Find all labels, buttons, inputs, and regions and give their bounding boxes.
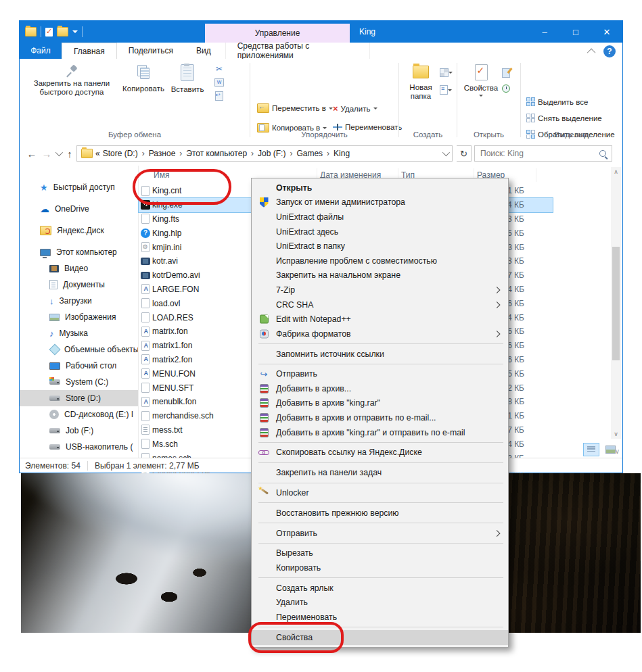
refresh-button[interactable]: ↻ <box>457 145 472 162</box>
paste-button[interactable]: Вставить <box>167 64 208 94</box>
sidebar-item[interactable]: Музыка <box>20 325 138 341</box>
list-scrollbar[interactable]: ∧ ∨ <box>611 167 621 439</box>
scrollbar-thumb[interactable] <box>612 247 620 360</box>
context-menu-item[interactable]: CRC SHA <box>252 297 508 312</box>
context-menu-item[interactable]: Отправить <box>252 526 508 541</box>
context-menu-item[interactable]: Восстановить прежнюю версию <box>252 506 508 521</box>
scroll-up-icon[interactable]: ∧ <box>611 167 621 176</box>
sidebar-item[interactable]: Job (F:) <box>20 423 138 439</box>
scroll-down-icon[interactable]: ∨ <box>611 429 621 439</box>
address-dropdown-icon[interactable] <box>442 149 450 156</box>
close-button[interactable]: ✕ <box>591 21 622 43</box>
context-menu-item[interactable]: Открыть <box>252 181 508 195</box>
context-menu-item[interactable]: Скопировать ссылку на Яндекс.Диске <box>252 446 508 460</box>
thumbnails-view-toggle[interactable] <box>602 443 618 456</box>
context-menu-item[interactable]: Добавить в архив и отправить по e-mail..… <box>252 410 508 425</box>
back-button[interactable]: ← <box>25 145 39 162</box>
tab-app-tools[interactable]: Средства работы с приложениями <box>225 43 370 59</box>
sidebar-item[interactable]: Этот компьютер <box>20 244 138 260</box>
context-menu-item[interactable]: UniExtract в папку <box>252 239 508 254</box>
edit-icon[interactable] <box>502 68 510 78</box>
pin-to-quick-access-button[interactable]: Закрепить на панели быстрого доступа <box>24 64 120 97</box>
tab-home[interactable]: Главная <box>62 43 117 59</box>
recent-locations-icon[interactable] <box>53 145 63 162</box>
menu-item-label: Фабрика форматов <box>276 329 351 339</box>
sidebar-item[interactable]: Загрузки <box>20 293 138 309</box>
breadcrumb-item[interactable]: King › <box>334 149 350 158</box>
sidebar-item[interactable]: OneDrive <box>20 201 138 217</box>
move-to-button[interactable]: Переместить в <box>257 103 333 113</box>
properties-button[interactable]: Свойства <box>463 64 499 99</box>
context-menu-item[interactable]: Добавить в архив "king.rar" <box>252 396 508 411</box>
sidebar-item[interactable]: Store (D:) <box>20 390 138 406</box>
tab-view[interactable]: Вид <box>185 43 223 59</box>
context-menu-item[interactable]: UniExtract здесь <box>252 224 508 239</box>
sidebar-item[interactable]: Документы <box>20 277 138 293</box>
delete-icon <box>333 103 338 114</box>
new-folder-quick-icon[interactable] <box>57 27 68 37</box>
context-menu-item[interactable]: Запуск от имени администратора <box>252 195 508 210</box>
new-item-icon[interactable] <box>440 68 449 77</box>
sidebar-item[interactable]: USB-накопитель ( <box>20 439 138 455</box>
help-icon[interactable]: ? <box>603 45 616 57</box>
address-bar[interactable]: « Store (D:) › Разное › Этот компьютер › <box>76 145 453 162</box>
context-menu-item[interactable]: Запомнить источник ссылки <box>252 347 508 362</box>
tab-share[interactable]: Поделиться <box>117 43 185 59</box>
context-menu-item[interactable]: 7-Zip <box>252 283 508 297</box>
forward-button[interactable]: → <box>40 145 53 162</box>
sidebar-item[interactable]: Рабочий стол <box>20 358 138 374</box>
context-menu-item[interactable]: Создать ярлык <box>252 581 508 596</box>
context-menu-item[interactable]: Фабрика форматов <box>252 327 508 341</box>
context-menu-item[interactable]: Добавить в архив... <box>252 381 508 396</box>
context-menu-item[interactable]: UniExtract файлы <box>252 210 508 224</box>
copy-button[interactable]: Копировать <box>121 64 166 93</box>
context-menu-item[interactable]: Копировать <box>252 560 508 575</box>
sidebar-item[interactable]: Объемные объекты <box>20 341 138 358</box>
context-menu-item[interactable]: Отправить <box>252 367 508 382</box>
delete-button[interactable]: Удалить <box>333 103 377 114</box>
search-input[interactable]: Поиск: King <box>474 145 612 162</box>
ribbon: Закрепить на панели быстрого доступа Коп… <box>20 59 622 142</box>
select-none-button[interactable]: Снять выделение <box>526 114 602 122</box>
copy-icon <box>137 64 150 79</box>
context-menu-item[interactable]: Edit with Notepad++ <box>252 312 508 327</box>
breadcrumb-item[interactable]: Job (F:) › <box>258 149 295 158</box>
up-button[interactable]: ↑ <box>63 145 76 162</box>
maximize-button[interactable]: □ <box>560 21 591 43</box>
paste-shortcut-icon[interactable] <box>215 91 223 101</box>
details-view-toggle[interactable] <box>583 443 599 456</box>
breadcrumb-item[interactable]: Games › <box>296 149 332 158</box>
tab-file[interactable]: Файл <box>20 43 62 59</box>
context-menu-item[interactable]: Удалить <box>252 596 508 610</box>
breadcrumb-item[interactable]: Разное › <box>149 149 185 158</box>
menu-item-label: Добавить в архив и отправить по e-mail..… <box>276 413 436 423</box>
properties-quick-icon[interactable] <box>45 28 53 37</box>
breadcrumb-item[interactable]: Этот компьютер › <box>186 149 256 158</box>
history-icon[interactable] <box>502 85 510 93</box>
sidebar-item[interactable]: CD-дисковод (E:) I <box>20 406 138 423</box>
context-menu-item[interactable]: Закрепить на начальном экране <box>252 268 508 283</box>
cut-icon[interactable] <box>216 64 223 74</box>
search-icon[interactable] <box>599 150 606 157</box>
minimize-button[interactable]: – <box>529 21 560 43</box>
address-row: ← → ↑ « Store (D:) › Разное › Эт <box>20 141 622 166</box>
breadcrumb-prefix[interactable]: « <box>95 149 100 158</box>
context-menu-item[interactable]: Исправление проблем с совместимостью <box>252 254 508 268</box>
title-bar[interactable]: Управление King – □ ✕ <box>20 21 622 43</box>
sidebar-item[interactable]: Видео <box>20 260 138 277</box>
quick-access-dropdown-icon[interactable] <box>72 30 78 36</box>
sidebar-item[interactable]: Изображения <box>20 309 138 325</box>
sidebar-item[interactable]: Быстрый доступ <box>20 179 138 195</box>
sidebar-item[interactable]: System (C:) <box>20 374 138 390</box>
sidebar-item[interactable]: Яндекс.Диск <box>20 222 138 239</box>
context-menu-item[interactable]: Unlocker <box>252 485 508 500</box>
breadcrumb-item[interactable]: Store (D:) › <box>103 149 147 158</box>
context-menu-item[interactable]: Добавить в архив "king.rar" и отправить … <box>252 425 508 440</box>
context-menu-item[interactable]: Закрепить на панели задач <box>252 465 508 480</box>
copy-path-icon[interactable] <box>214 78 224 87</box>
context-menu-item[interactable]: Вырезать <box>252 546 508 561</box>
easy-access-icon[interactable] <box>440 85 448 95</box>
select-all-button[interactable]: Выделить все <box>526 97 588 106</box>
file-icon <box>141 258 150 265</box>
new-folder-button[interactable]: Новая папка <box>405 66 437 101</box>
